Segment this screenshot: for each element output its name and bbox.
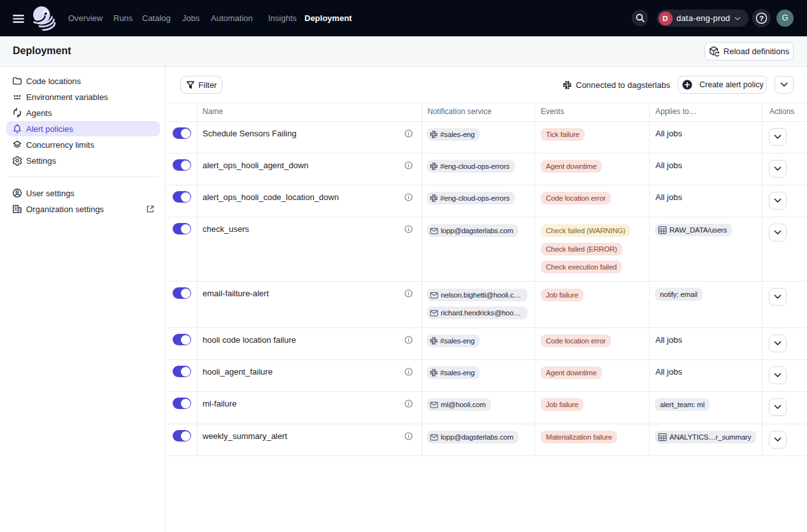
- svg-text:?: ?: [759, 15, 764, 22]
